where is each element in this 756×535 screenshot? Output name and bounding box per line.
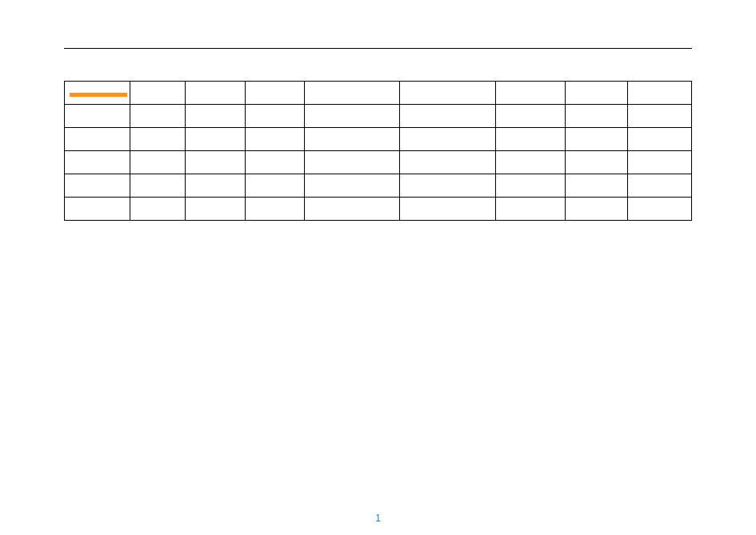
table-cell bbox=[627, 105, 691, 128]
table-cell bbox=[130, 105, 186, 128]
table-cell bbox=[65, 82, 130, 105]
table-cell bbox=[245, 174, 304, 198]
table-cell bbox=[305, 151, 400, 174]
table-cell bbox=[627, 198, 691, 221]
table-cell bbox=[495, 82, 566, 105]
table-cell bbox=[245, 198, 304, 221]
table-cell bbox=[65, 151, 130, 174]
table-cell bbox=[305, 128, 400, 151]
table-cell bbox=[566, 82, 628, 105]
table-cell bbox=[566, 198, 628, 221]
table-cell bbox=[305, 105, 400, 128]
table-cell bbox=[400, 105, 495, 128]
table-cell bbox=[627, 128, 691, 151]
table-cell bbox=[495, 198, 566, 221]
table-cell bbox=[130, 151, 186, 174]
table-cell bbox=[186, 82, 245, 105]
horizontal-rule bbox=[64, 48, 692, 49]
table-cell bbox=[186, 198, 245, 221]
highlight-bar bbox=[70, 93, 127, 97]
table-row bbox=[65, 105, 692, 128]
table-cell bbox=[627, 82, 691, 105]
table-cell bbox=[186, 174, 245, 198]
table-cell bbox=[400, 128, 495, 151]
table-cell bbox=[400, 151, 495, 174]
table-cell bbox=[130, 128, 186, 151]
table-cell bbox=[400, 198, 495, 221]
table-row bbox=[65, 82, 692, 105]
table-cell bbox=[400, 174, 495, 198]
table-cell bbox=[566, 105, 628, 128]
table-row bbox=[65, 198, 692, 221]
table-row bbox=[65, 128, 692, 151]
table-cell bbox=[245, 151, 304, 174]
table-cell bbox=[65, 198, 130, 221]
table-cell bbox=[495, 174, 566, 198]
table-cell bbox=[627, 151, 691, 174]
table-cell bbox=[186, 151, 245, 174]
table-cell bbox=[245, 128, 304, 151]
table-cell bbox=[627, 174, 691, 198]
table-cell bbox=[245, 105, 304, 128]
table-cell bbox=[65, 128, 130, 151]
table-cell bbox=[130, 174, 186, 198]
table-cell bbox=[566, 151, 628, 174]
table-cell bbox=[495, 128, 566, 151]
table-cell bbox=[186, 128, 245, 151]
data-table bbox=[64, 81, 692, 221]
table-cell bbox=[495, 151, 566, 174]
table-cell bbox=[566, 128, 628, 151]
page-number: 1 bbox=[375, 513, 381, 524]
table-cell bbox=[305, 198, 400, 221]
document-page bbox=[0, 0, 756, 535]
table-cell bbox=[65, 105, 130, 128]
table-cell bbox=[245, 82, 304, 105]
table-row bbox=[65, 151, 692, 174]
table-cell bbox=[305, 82, 400, 105]
table-cell bbox=[65, 174, 130, 198]
table-row bbox=[65, 174, 692, 198]
table-cell bbox=[186, 105, 245, 128]
table-cell bbox=[495, 105, 566, 128]
table-cell bbox=[130, 82, 186, 105]
table-cell bbox=[130, 198, 186, 221]
table-cell bbox=[305, 174, 400, 198]
table-cell bbox=[400, 82, 495, 105]
table-cell bbox=[566, 174, 628, 198]
